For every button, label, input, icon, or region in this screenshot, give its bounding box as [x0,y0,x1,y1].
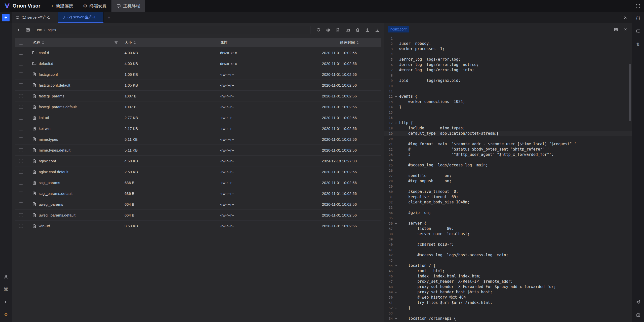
breadcrumb-segment[interactable]: nginx [48,28,56,32]
row-checkbox[interactable] [15,83,27,87]
row-checkbox[interactable] [15,127,27,130]
new-folder-icon[interactable] [344,26,351,34]
code-line[interactable]: 12 events { [384,94,632,99]
row-checkbox[interactable] [15,224,27,228]
close-editor-icon[interactable] [622,26,628,32]
editor-code[interactable]: 1 2 #user nobody; 3 worker_processes 1; [384,35,632,322]
code-line[interactable]: 8 [384,73,632,78]
theme-icon[interactable]: ◐ [3,299,10,305]
new-terminal-button[interactable]: + [2,14,10,21]
code-line[interactable]: 20 [384,136,632,141]
code-line[interactable]: 54 location /orion/api { [384,316,632,321]
fold-chevron-icon[interactable] [393,307,399,310]
code-line[interactable]: 41 [384,247,632,253]
code-line[interactable]: 24 [384,157,632,163]
screen-panel-icon[interactable] [635,28,642,34]
send-command-icon[interactable] [635,299,642,305]
code-line[interactable]: 23 # '"$http_user_agent" "$http_x_forwar… [384,152,632,157]
row-checkbox[interactable] [15,73,27,76]
code-line[interactable]: 45 root html; [384,268,632,274]
code-line[interactable]: 19 default_type application/octet-stream… [384,131,632,136]
code-line[interactable]: 2 #user nobody; [384,41,632,46]
code-line[interactable]: 49 proxy_set_header Host $http_host; [384,290,632,295]
row-checkbox[interactable] [15,213,27,217]
sort-icon[interactable] [42,41,44,44]
terminal-tab-2[interactable]: (2) server-生产-1 [58,12,104,23]
code-line[interactable]: 16 [384,115,632,120]
sort-icon[interactable] [134,41,136,44]
code-line[interactable]: 6 #error_log logs/error.log notice; [384,62,632,67]
code-line[interactable]: 43 [384,258,632,263]
table-row[interactable]: koi-utf 2.77 KB -rw-r--r-- 2020-11-01 10… [15,112,381,123]
fold-chevron-icon[interactable] [393,122,399,125]
row-checkbox[interactable] [15,62,27,65]
code-line[interactable]: 34 #gzip on; [384,210,632,216]
code-line[interactable]: 37 listen 80; [384,226,632,231]
fold-chevron-icon[interactable] [393,264,399,267]
code-line[interactable]: 38 server_name localhost; [384,231,632,237]
table-row[interactable]: koi-win 2.17 KB -rw-r--r-- 2020-11-01 10… [15,123,381,134]
table-row[interactable]: uwsgi_params 664 B -rw-r--r-- 2020-11-01… [15,199,381,210]
fold-chevron-icon[interactable] [393,95,399,98]
refresh-icon[interactable] [314,26,322,34]
breadcrumb-segment[interactable]: etc [37,28,42,32]
column-name[interactable]: 名称 [27,40,123,45]
table-row[interactable]: scgi_params 636 B -rw-r--r-- 2020-11-01 … [15,177,381,188]
column-mtime[interactable]: 修改时间 [304,40,381,45]
menu-host-terminal[interactable]: 主机终端 [111,0,145,12]
table-row[interactable]: win-utf 3.53 KB -rw-r--r-- 2020-11-01 10… [15,221,381,231]
preview-eye-icon[interactable] [324,26,332,34]
code-line[interactable]: 50 # web history 模式 404 [384,295,632,300]
code-line[interactable]: 40 #charset koi8-r; [384,242,632,247]
code-line[interactable]: 17 http { [384,120,632,126]
code-line[interactable]: 18 include mime.types; [384,126,632,131]
code-line[interactable]: 42 #access_log logs/host.access.log main… [384,253,632,258]
table-row[interactable]: mime.types 5.11 KB -rw-r--r-- 2020-11-01… [15,134,381,145]
code-line[interactable]: 39 [384,237,632,242]
fullscreen-button[interactable] [632,0,644,12]
code-line[interactable]: 28 #tcp_nopush on; [384,178,632,184]
table-row[interactable]: mime.types.default 5.11 KB -rw-r--r-- 20… [15,145,381,156]
save-file-icon[interactable] [613,26,619,32]
table-row[interactable]: fastcgi_params.default 1007 B -rw-r--r--… [15,101,381,112]
code-line[interactable]: 31 keepalive_timeout 65; [384,194,632,200]
delete-trash-icon[interactable] [354,26,361,34]
editor-scrollbar[interactable] [629,64,631,121]
code-line[interactable]: 53 [384,311,632,316]
table-row[interactable]: nginx.conf.default 2.59 KB -rw-r--r-- 20… [15,166,381,177]
code-line[interactable]: 10 [384,83,632,89]
code-line[interactable]: 1 [384,36,632,41]
sort-icon[interactable] [357,41,359,44]
table-row[interactable]: scgi_params.default 636 B -rw-r--r-- 202… [15,188,381,199]
code-line[interactable]: 21 #log_format main '$remote_addr - $rem… [384,141,632,147]
swap-vertical-icon[interactable]: ⇅ [635,41,642,47]
row-checkbox[interactable] [15,148,27,152]
code-line[interactable]: 51 try_files $uri $uri/ /index.html; [384,300,632,305]
fold-chevron-icon[interactable] [393,291,399,294]
table-row[interactable]: fastcgi.conf 1.05 KB -rw-r--r-- 2020-11-… [15,69,381,80]
editor-file-tab[interactable]: nginx.conf [388,26,409,32]
back-button[interactable] [15,26,23,34]
code-line[interactable]: 29 [384,184,632,189]
path-breadcrumb[interactable]: etc/nginx [34,26,310,34]
table-row[interactable]: conf.d 4.00 KB drwxr-xr-x 2020-11-01 10:… [15,47,381,58]
row-checkbox[interactable] [15,105,27,109]
row-checkbox[interactable] [15,137,27,141]
code-line[interactable]: 46 index index.html index.htm; [384,274,632,279]
column-size[interactable]: 大小 [123,40,218,45]
code-line[interactable]: 33 [384,205,632,210]
table-row[interactable]: nginx.conf 4.68 KB -rw-r--r-- 2024-12-10… [15,156,381,166]
code-line[interactable]: 32 client_max_body_size 1048m; [384,200,632,205]
code-line[interactable]: 13 worker_connections 1024; [384,99,632,104]
code-line[interactable]: 47 proxy_set_header X-Real-IP $remote_ad… [384,279,632,284]
new-file-icon[interactable] [334,26,342,34]
row-checkbox[interactable] [15,94,27,98]
code-line[interactable]: 25 #access_log logs/access.log main; [384,163,632,168]
upload-icon[interactable] [364,26,371,34]
close-panel-icon[interactable] [623,16,627,20]
transfer-box-icon[interactable] [635,312,642,318]
terminal-tab-1[interactable]: (1) server-生产-1 [12,12,58,23]
command-shortcuts-icon[interactable]: ⌘ [3,286,10,292]
list-view-button[interactable] [24,26,32,34]
code-line[interactable]: 9 #pid logs/nginx.pid; [384,78,632,83]
